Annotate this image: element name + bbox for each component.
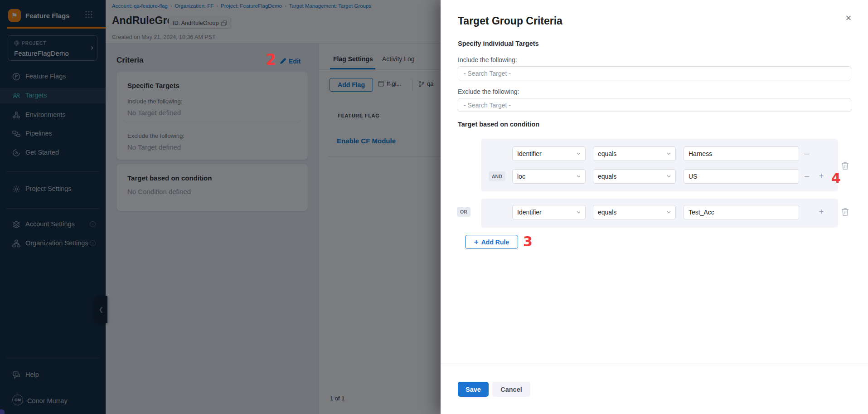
operator-select-value: equals [598, 150, 616, 157]
delete-rule-icon[interactable] [841, 208, 850, 218]
add-rule-label: Add Rule [481, 239, 509, 246]
and-badge: AND [489, 171, 505, 181]
include-target-search-input[interactable] [458, 66, 851, 80]
drawer-exclude-label: Exclude the following: [458, 88, 519, 95]
chevron-down-icon [577, 175, 581, 178]
attribute-select-value: Identifier [517, 209, 542, 216]
save-button[interactable]: Save [458, 382, 489, 397]
attribute-select-value: Identifier [517, 150, 542, 157]
cancel-button[interactable]: Cancel [492, 382, 530, 397]
chevron-down-icon [667, 211, 671, 214]
chevron-down-icon [577, 152, 581, 155]
rule-row: Identifier equals – [481, 146, 838, 161]
rule-row: AND loc equals – + [481, 169, 838, 184]
chevron-down-icon [667, 175, 671, 178]
drawer-include-label: Include the following: [458, 56, 517, 63]
remove-value-icon[interactable]: – [802, 149, 812, 159]
condition-value-input[interactable] [684, 169, 799, 184]
operator-select-value: equals [598, 209, 616, 216]
add-row-icon[interactable]: + [816, 207, 826, 217]
rule-card: Identifier equals + [481, 199, 838, 228]
delete-rule-icon[interactable] [841, 161, 850, 171]
or-badge: OR [457, 207, 470, 217]
annotation-step-2: 2 [266, 52, 276, 67]
target-group-criteria-drawer: Target Group Criteria × Specify individu… [441, 0, 868, 414]
drawer-title: Target Group Criteria [458, 15, 563, 27]
specify-targets-heading: Specify individual Targets [458, 40, 539, 47]
attribute-select[interactable]: Identifier [512, 205, 586, 219]
attribute-select[interactable]: loc [512, 169, 586, 184]
condition-heading: Target based on condition [458, 121, 539, 128]
rule-card: Identifier equals – AND loc equals [481, 139, 838, 191]
annotation-step-3: 3 [523, 235, 533, 248]
add-rule-button[interactable]: + Add Rule [465, 235, 518, 249]
modal-dim-overlay[interactable] [0, 0, 441, 414]
annotation-step-4: 4 [831, 171, 841, 185]
rule-row: Identifier equals + [481, 205, 838, 219]
condition-value-input[interactable] [684, 146, 799, 161]
exclude-target-search-input[interactable] [458, 98, 851, 112]
condition-value-input[interactable] [684, 205, 799, 219]
close-icon[interactable]: × [842, 12, 855, 24]
chevron-down-icon [577, 211, 581, 214]
attribute-select[interactable]: Identifier [512, 146, 586, 161]
operator-select[interactable]: equals [593, 169, 676, 184]
operator-select-value: equals [598, 173, 616, 180]
operator-select[interactable]: equals [593, 205, 676, 219]
add-row-icon[interactable]: + [816, 171, 826, 181]
drawer-footer-divider [441, 364, 868, 364]
plus-icon: + [474, 238, 479, 247]
app-root: ⚑ Feature Flags PROJECT FeatureFlagDemo … [0, 0, 868, 414]
chevron-down-icon [667, 152, 671, 155]
operator-select[interactable]: equals [593, 146, 676, 161]
attribute-select-value: loc [517, 173, 525, 180]
remove-row-icon[interactable]: – [802, 171, 812, 181]
